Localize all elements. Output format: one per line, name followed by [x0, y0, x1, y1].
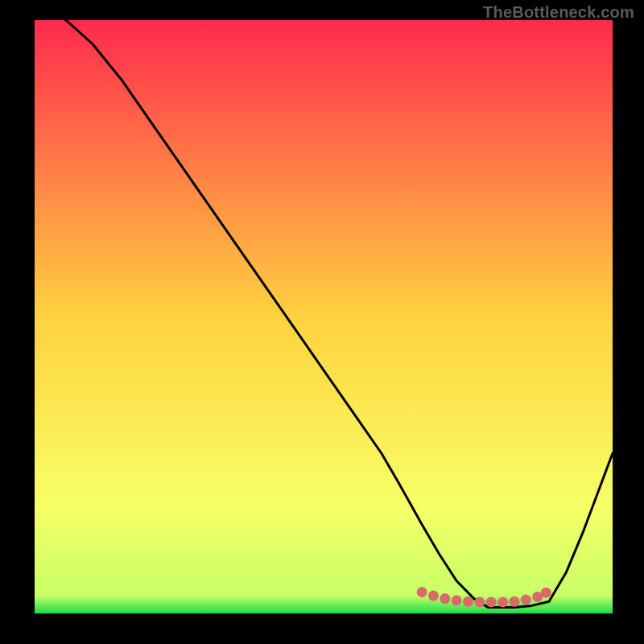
watermark-text: TheBottleneck.com: [483, 3, 634, 22]
highlight-marker: [463, 597, 473, 607]
chart-frame: { "watermark": "TheBottleneck.com", "col…: [0, 0, 644, 644]
highlight-marker: [541, 588, 551, 598]
gradient-background: [35, 20, 613, 613]
highlight-marker: [417, 587, 427, 597]
highlight-marker: [497, 597, 508, 608]
highlight-marker: [428, 590, 439, 601]
highlight-marker: [440, 593, 450, 604]
highlight-marker: [509, 597, 519, 607]
highlight-marker: [474, 597, 485, 608]
highlight-marker: [521, 595, 531, 605]
highlight-marker: [452, 595, 462, 605]
bottleneck-chart: [0, 0, 644, 644]
highlight-marker: [486, 597, 497, 608]
